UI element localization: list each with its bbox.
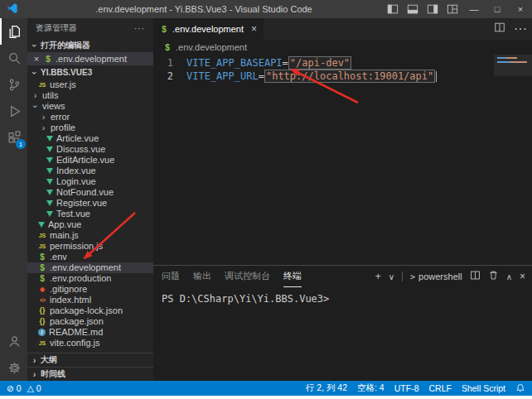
window-bottom-strip: [0, 396, 532, 399]
tree-item-label: Test.vue: [56, 209, 90, 219]
indentation[interactable]: 空格: 4: [357, 382, 384, 394]
close-tab-icon[interactable]: ×: [251, 23, 257, 35]
toggle-panel-icon[interactable]: [403, 0, 423, 18]
editor-region: $ .env.development × ··· $ .env.developm…: [153, 18, 532, 381]
terminal-output[interactable]: PS D:\CSharp\Yi\Yi.BBS.Vue3>: [153, 287, 532, 381]
json-file-icon: {}: [38, 305, 46, 316]
code-line-2[interactable]: 2VITE_APP_URL="http://localhost:19001/ap…: [153, 70, 532, 83]
toggle-secondary-sidebar-icon[interactable]: [423, 0, 443, 18]
tree-item-profile[interactable]: ›profile: [27, 123, 153, 133]
main-area: 1 资源管理器 ··· › 打开的编辑器 × $ .env.de: [0, 18, 532, 381]
split-editor-icon[interactable]: [494, 22, 505, 36]
close-panel-icon[interactable]: ×: [520, 271, 525, 282]
shell-file-icon: $: [44, 55, 52, 64]
minimap[interactable]: [494, 55, 532, 89]
tree-item-vite.config.js[interactable]: JSvite.config.js: [27, 338, 153, 349]
more-actions-icon[interactable]: ···: [514, 22, 527, 36]
tree-item-index.html[interactable]: <>index.html: [27, 295, 153, 305]
terminal-prompt-icon: >: [410, 272, 415, 281]
window-title: .env.development - Yi.BBS.Vue3 - Visual …: [25, 4, 383, 14]
tree-item-Index.vue[interactable]: Index.vue: [27, 166, 153, 176]
tree-item-label: Index.vue: [56, 166, 96, 176]
tree-item-EditArticle.vue[interactable]: EditArticle.vue: [27, 155, 153, 166]
customize-layout-icon[interactable]: [443, 0, 462, 18]
breadcrumb[interactable]: $ .env.development: [153, 40, 532, 55]
notifications-bell-icon[interactable]: [515, 383, 525, 393]
kill-terminal-icon[interactable]: [488, 270, 499, 283]
open-editor-item[interactable]: × $ .env.development: [27, 52, 153, 65]
tree-item-main.js[interactable]: JSmain.js: [27, 230, 153, 241]
language-mode[interactable]: Shell Script: [462, 383, 505, 393]
tree-item-.gitignore[interactable]: ◆.gitignore: [27, 284, 153, 295]
panel-tab-问题[interactable]: 问题: [162, 266, 180, 287]
maximize-panel-icon[interactable]: ∧: [506, 272, 512, 281]
shell-file-icon: $: [160, 25, 168, 34]
cursor-position[interactable]: 行 2, 列 42: [306, 382, 347, 394]
vue-file-icon: [46, 190, 53, 195]
terminal-profile-chevron-icon[interactable]: ∨: [389, 272, 394, 281]
terminal-instance-powershell[interactable]: > powershell: [410, 272, 462, 281]
tree-item-user.js[interactable]: JSuser.js: [27, 79, 153, 90]
tree-item-NotFound.vue[interactable]: NotFound.vue: [27, 187, 153, 198]
tree-item-Login.vue[interactable]: Login.vue: [27, 176, 153, 187]
panel-tab-调试控制台[interactable]: 调试控制台: [225, 266, 270, 287]
outline-section-header[interactable]: › 大纲: [27, 353, 153, 367]
panel-tab-输出[interactable]: 输出: [193, 266, 211, 287]
explorer-icon[interactable]: [0, 18, 27, 45]
json-file-icon: {}: [38, 316, 46, 327]
tree-item-label: index.html: [50, 295, 91, 305]
code-line-1[interactable]: 1VITE_APP_BASEAPI="/api-dev": [153, 56, 532, 70]
error-icon: ⊘: [7, 383, 14, 393]
vue-file-icon: [46, 211, 53, 217]
tree-item-.env[interactable]: $.env: [27, 252, 153, 262]
tree-item-.env.development[interactable]: $.env.development: [27, 262, 153, 273]
new-terminal-icon[interactable]: +: [375, 271, 381, 282]
tree-item-.env.production[interactable]: $.env.production: [27, 273, 153, 284]
source-control-icon[interactable]: [0, 71, 27, 98]
tree-item-App.vue[interactable]: App.vue: [27, 219, 153, 230]
tree-item-README.md[interactable]: iREADME.md: [27, 327, 153, 338]
encoding[interactable]: UTF-8: [394, 383, 419, 393]
tree-item-Register.vue[interactable]: Register.vue: [27, 198, 153, 209]
tree-item-Article.vue[interactable]: Article.vue: [27, 133, 153, 144]
line-content: VITE_APP_URL="http://localhost:19001/api…: [181, 70, 437, 83]
divider: [402, 272, 403, 281]
tree-item-views[interactable]: ›views: [27, 101, 153, 112]
tree-item-label: .gitignore: [50, 284, 87, 295]
tree-item-Test.vue[interactable]: Test.vue: [27, 209, 153, 219]
close-window-button[interactable]: ×: [509, 0, 532, 18]
close-icon[interactable]: ×: [32, 54, 41, 64]
project-header[interactable]: › YI.BBS.VUE3: [27, 65, 153, 79]
settings-gear-icon[interactable]: [0, 354, 27, 381]
accounts-icon[interactable]: [0, 328, 27, 354]
tree-item-permission.js[interactable]: JSpermission.js: [27, 241, 153, 252]
html-file-icon: <>: [38, 295, 46, 305]
extensions-icon[interactable]: 1: [0, 124, 27, 151]
tree-item-error[interactable]: ›error: [27, 112, 153, 123]
timeline-section-header[interactable]: › 时间线: [27, 367, 153, 381]
md-file-icon: i: [38, 329, 46, 336]
timeline-label: 时间线: [41, 368, 65, 380]
search-icon[interactable]: [0, 45, 27, 71]
titlebar-right: — □ ×: [383, 0, 532, 18]
minimize-button[interactable]: —: [462, 0, 486, 18]
line-number: 1: [153, 56, 181, 70]
toggle-sidebar-icon[interactable]: [383, 0, 403, 18]
maximize-button[interactable]: □: [486, 0, 509, 18]
editor-tab-env-development[interactable]: $ .env.development ×: [153, 18, 264, 40]
tree-item-package.json[interactable]: {}package.json: [27, 316, 153, 327]
tree-item-Discuss.vue[interactable]: Discuss.vue: [27, 144, 153, 155]
tree-item-utils[interactable]: ›utils: [27, 90, 153, 101]
run-debug-icon[interactable]: [0, 98, 27, 124]
open-editor-label: .env.development: [56, 54, 127, 64]
panel-tab-终端[interactable]: 终端: [283, 266, 302, 287]
minimap-slider[interactable]: [494, 55, 532, 76]
file-tree: JSuser.js›utils›views›error›profileArtic…: [27, 79, 153, 349]
more-actions-icon[interactable]: ···: [134, 24, 145, 33]
problems-status[interactable]: ⊘ 0 △ 0: [7, 383, 41, 393]
open-editors-header[interactable]: › 打开的编辑器: [27, 38, 153, 52]
eol[interactable]: CRLF: [428, 383, 451, 393]
code-editor[interactable]: 1VITE_APP_BASEAPI="/api-dev"2VITE_APP_UR…: [153, 55, 532, 265]
split-terminal-icon[interactable]: [470, 270, 481, 283]
tree-item-package-lock.json[interactable]: {}package-lock.json: [27, 305, 153, 316]
